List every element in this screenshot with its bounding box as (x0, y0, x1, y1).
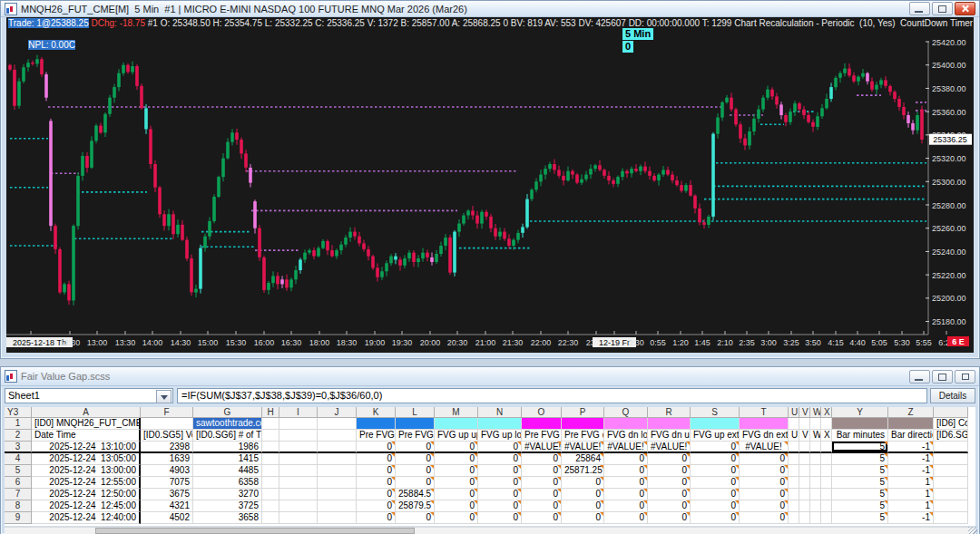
column-header-X[interactable]: X (821, 407, 832, 418)
column-header-Z[interactable]: Z (888, 407, 934, 418)
cell-N6[interactable]: 0 (478, 477, 522, 489)
cell-U5[interactable] (789, 465, 799, 477)
cell-T5[interactable]: 0 (740, 465, 789, 477)
cell-M3[interactable]: 0 (435, 442, 478, 453)
cell-J3[interactable] (318, 442, 357, 453)
cell-L4[interactable]: 0 (396, 453, 435, 465)
cell-R9[interactable]: 0 (648, 512, 691, 524)
row-header-7[interactable]: 7 (5, 489, 32, 500)
cell-W3[interactable] (810, 442, 821, 453)
cell-AA4[interactable] (934, 453, 968, 465)
cell-R4[interactable]: 0 (648, 453, 691, 465)
cell-Q5[interactable]: 0 (604, 465, 648, 477)
cell-M1[interactable] (435, 418, 478, 430)
cell-AA2[interactable]: [ID6.SG1] (934, 430, 968, 442)
cell-Q4[interactable]: 0 (604, 453, 648, 465)
cell-W9[interactable] (810, 512, 821, 524)
details-button[interactable]: Details (930, 388, 975, 403)
cell-J4[interactable] (318, 453, 357, 465)
cell-V4[interactable] (799, 453, 810, 465)
cell-X7[interactable] (821, 489, 832, 500)
cell-W1[interactable] (810, 418, 821, 430)
time-axis[interactable]: 2025-12-18 Th12:3013:0013:3014:0014:3015… (6, 331, 969, 347)
cell-V1[interactable] (799, 418, 810, 430)
cell-K7[interactable]: 0 (357, 489, 396, 500)
row-header-2[interactable]: 2 (5, 430, 32, 442)
cell-O9[interactable]: 0 (522, 512, 562, 524)
cell-K9[interactable]: 0 (357, 512, 396, 524)
row-header-3[interactable]: 3 (5, 442, 32, 453)
cell-AA9[interactable] (934, 512, 968, 524)
cell-Q6[interactable]: 0 (604, 477, 648, 489)
cell-O6[interactable]: 0 (522, 477, 562, 489)
cell-AA7[interactable] (934, 489, 968, 500)
minimize-button[interactable] (909, 2, 930, 15)
cell-O8[interactable]: 0 (522, 500, 562, 512)
cell-S5[interactable]: 0 (691, 465, 740, 477)
cell-F4[interactable]: 1639 (141, 453, 193, 465)
cell-L7[interactable]: 25884.5 (396, 489, 435, 500)
cell-Z5[interactable]: -1 (888, 465, 934, 477)
row-header-6[interactable]: 6 (5, 477, 32, 489)
close-button[interactable] (955, 2, 975, 15)
cell-AA6[interactable] (934, 477, 968, 489)
cell-R8[interactable]: 0 (648, 500, 691, 512)
cell-K2[interactable]: Pre FVG uu (357, 430, 396, 442)
sheet-maximize-button[interactable] (932, 370, 953, 384)
column-header-U[interactable]: U (789, 407, 799, 418)
column-header-Y[interactable]: Y (832, 407, 888, 418)
cell-H8[interactable] (262, 500, 279, 512)
cell-A3[interactable]: 2025-12-24 13:10:00 (32, 442, 141, 453)
cell-W5[interactable] (810, 465, 821, 477)
cell-O3[interactable]: #VALUE! (522, 442, 562, 453)
cell-P4[interactable]: 25864 (562, 453, 604, 465)
cell-AA1[interactable]: [ID6] Coun (934, 418, 968, 430)
cell-K6[interactable]: 0 (357, 477, 396, 489)
cell-O5[interactable]: 0 (522, 465, 562, 477)
cell-J5[interactable] (318, 465, 357, 477)
column-header-O[interactable]: O (522, 407, 562, 418)
cell-S1[interactable] (691, 418, 740, 430)
cell-O1[interactable] (522, 418, 562, 430)
cell-X5[interactable] (821, 465, 832, 477)
cell-Q3[interactable]: #VALUE! (604, 442, 648, 453)
cell-I7[interactable] (279, 489, 318, 500)
cell-R6[interactable]: 0 (648, 477, 691, 489)
grid-corner-cell[interactable]: Y3 (5, 407, 32, 418)
cell-T8[interactable]: 0 (740, 500, 789, 512)
cell-F9[interactable]: 4502 (141, 512, 193, 524)
cell-V7[interactable] (799, 489, 810, 500)
cell-Q7[interactable]: 0 (604, 489, 648, 500)
cell-T1[interactable] (740, 418, 789, 430)
cell-V2[interactable]: V (799, 430, 810, 442)
cell-A7[interactable]: 2025-12-24 12:50:00 (32, 489, 141, 500)
cell-W7[interactable] (810, 489, 821, 500)
cell-G3[interactable]: 1986 (193, 442, 262, 453)
cell-Y9[interactable]: 5 (832, 512, 888, 524)
column-header-T[interactable]: T (740, 407, 789, 418)
cell-Z3[interactable]: -1 (888, 442, 934, 453)
cell-J2[interactable] (318, 430, 357, 442)
column-header-S[interactable]: S (691, 407, 740, 418)
sheet-minimize-button[interactable] (909, 370, 930, 384)
cell-T9[interactable]: 0 (740, 512, 789, 524)
cell-N9[interactable]: 0 (478, 512, 522, 524)
cell-A9[interactable]: 2025-12-24 12:40:00 (32, 512, 141, 524)
cell-T4[interactable]: 0 (740, 453, 789, 465)
cell-L1[interactable] (396, 418, 435, 430)
column-header-H[interactable]: H (262, 407, 279, 418)
cell-M9[interactable]: 0 (435, 512, 478, 524)
spreadsheet-titlebar[interactable]: Fair Value Gap.scss (1, 367, 979, 386)
cell-S8[interactable]: 0 (691, 500, 740, 512)
cell-I2[interactable] (279, 430, 318, 442)
cell-N3[interactable]: 0 (478, 442, 522, 453)
cell-Z8[interactable]: 1 (888, 500, 934, 512)
column-header-V[interactable]: V (799, 407, 810, 418)
cell-S3[interactable]: 0 (691, 442, 740, 453)
cell-N5[interactable]: 0 (478, 465, 522, 477)
cell-A1[interactable]: [ID0] MNQH26_FUT_CME[M] 5 Min ... (32, 418, 141, 430)
cell-F6[interactable]: 7075 (141, 477, 193, 489)
cell-P2[interactable]: Pre FVG du (562, 430, 604, 442)
cell-T2[interactable]: FVG dn extension (740, 430, 789, 442)
cell-Q1[interactable] (604, 418, 648, 430)
